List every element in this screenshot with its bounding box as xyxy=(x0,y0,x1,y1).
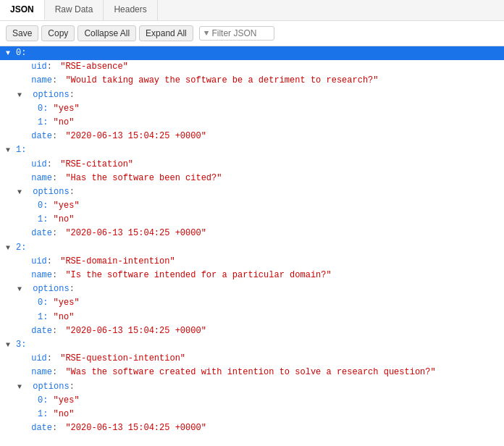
json-row[interactable]: ▼ options: xyxy=(0,282,504,296)
json-value: "yes" xyxy=(48,102,79,116)
json-row[interactable]: ▼ options: xyxy=(0,185,504,199)
json-colon: : xyxy=(70,380,75,394)
json-index: 0: xyxy=(38,296,48,310)
json-value: "yes" xyxy=(48,296,79,310)
toggle-icon[interactable]: ▼ xyxy=(17,284,26,295)
json-row[interactable]: ▼ 3: xyxy=(0,338,504,352)
json-row[interactable]: name: "Is the software intended for a pa… xyxy=(0,269,504,282)
json-row[interactable]: date: "2020-06-13 15:04:25 +0000" xyxy=(0,227,504,240)
json-value: "Would taking away the software be a det… xyxy=(60,74,378,88)
json-row[interactable]: 1: "no" xyxy=(0,408,504,421)
json-value: "RSE-question-intention" xyxy=(55,352,185,366)
json-key: uid xyxy=(26,352,47,366)
json-value: "2020-06-13 15:04:25 +0000" xyxy=(60,227,206,240)
expand-all-button[interactable]: Expand All xyxy=(139,25,193,41)
json-value: "yes" xyxy=(48,394,79,408)
json-row[interactable]: 0: "yes" xyxy=(0,296,504,310)
json-index: 1: xyxy=(38,116,48,130)
json-colon: : xyxy=(47,352,52,366)
json-key: options xyxy=(28,185,70,199)
json-colon: : xyxy=(52,172,57,185)
json-value: "RSE-citation" xyxy=(55,158,133,172)
json-row[interactable]: name: "Was the software created with int… xyxy=(0,366,504,379)
json-index: 1: xyxy=(38,408,48,421)
tab-json[interactable]: JSON xyxy=(0,0,45,20)
json-row[interactable]: uid: "RSE-question-intention" xyxy=(0,352,504,366)
json-key: options xyxy=(28,88,70,102)
json-row[interactable]: uid: "RSE-citation" xyxy=(0,158,504,172)
json-value: "no" xyxy=(48,116,74,130)
tab-bar: JSON Raw Data Headers xyxy=(0,0,504,21)
json-value: "Has the software been cited?" xyxy=(60,172,222,185)
json-row[interactable]: uid: "RSE-domain-intention" xyxy=(0,255,504,269)
json-row[interactable]: date: "2020-06-13 15:04:25 +0000" xyxy=(0,130,504,143)
filter-icon: ▼ xyxy=(204,29,209,38)
toggle-icon[interactable]: ▼ xyxy=(6,340,14,351)
json-key: options xyxy=(28,282,70,296)
json-key: date xyxy=(26,421,52,435)
json-colon: : xyxy=(70,185,75,199)
json-index: 1: xyxy=(38,213,48,227)
json-row[interactable]: date: "2020-06-13 15:04:25 +0000" xyxy=(0,421,504,435)
toggle-icon[interactable]: ▼ xyxy=(17,382,26,393)
json-row[interactable]: name: "Would taking away the software be… xyxy=(0,74,504,88)
json-index: 0: xyxy=(38,394,48,408)
json-colon: : xyxy=(52,130,57,143)
json-colon: : xyxy=(47,255,52,269)
json-value: "2020-06-13 15:04:25 +0000" xyxy=(60,130,206,143)
json-value: "2020-06-13 15:04:25 +0000" xyxy=(60,421,206,435)
json-row[interactable]: uid: "RSE-absence" xyxy=(0,60,504,74)
json-key: name xyxy=(26,366,52,379)
json-key: uid xyxy=(26,60,47,74)
json-index: 0: xyxy=(16,46,26,60)
json-value: "Is the software intended for a particul… xyxy=(60,269,331,282)
json-key: date xyxy=(26,324,52,338)
json-key: options xyxy=(28,380,70,394)
json-colon: : xyxy=(52,269,57,282)
json-row[interactable]: name: "Has the software been cited?" xyxy=(0,172,504,185)
toggle-icon[interactable]: ▼ xyxy=(17,90,26,101)
filter-box: ▼ xyxy=(199,26,275,41)
json-row[interactable]: ▼ 2: xyxy=(0,241,504,255)
json-value: "2020-06-13 15:04:25 +0000" xyxy=(60,324,206,338)
json-row[interactable]: 0: "yes" xyxy=(0,394,504,408)
json-row[interactable]: 0: "yes" xyxy=(0,199,504,213)
json-content: ▼ 0: uid: "RSE-absence" name: "Would tak… xyxy=(0,46,504,446)
copy-button[interactable]: Copy xyxy=(41,25,75,41)
json-key: date xyxy=(26,130,52,143)
toggle-icon[interactable]: ▼ xyxy=(6,243,14,254)
save-button[interactable]: Save xyxy=(6,25,38,41)
tab-raw-data[interactable]: Raw Data xyxy=(45,0,104,20)
json-index: 2: xyxy=(16,241,26,255)
json-value: "no" xyxy=(48,408,74,421)
filter-input[interactable] xyxy=(211,28,269,38)
tab-headers[interactable]: Headers xyxy=(104,0,157,20)
json-key: date xyxy=(26,227,52,240)
toggle-icon[interactable]: ▼ xyxy=(17,187,26,198)
json-key: uid xyxy=(26,255,47,269)
json-index: 1: xyxy=(16,143,26,157)
toggle-icon[interactable]: ▼ xyxy=(6,145,14,156)
json-row[interactable]: 1: "no" xyxy=(0,311,504,324)
toolbar: Save Copy Collapse All Expand All ▼ xyxy=(0,21,504,46)
toggle-icon[interactable]: ▼ xyxy=(6,48,14,59)
json-colon: : xyxy=(47,60,52,74)
json-key: uid xyxy=(26,158,47,172)
json-index: 3: xyxy=(16,338,26,352)
json-value: "Was the software created with intention… xyxy=(60,366,435,379)
json-row[interactable]: ▼ options: xyxy=(0,88,504,102)
json-row[interactable]: 1: "no" xyxy=(0,116,504,130)
json-key: name xyxy=(26,269,52,282)
json-row[interactable]: date: "2020-06-13 15:04:25 +0000" xyxy=(0,324,504,338)
json-value: "no" xyxy=(48,213,74,227)
json-row[interactable]: ▼ 1: xyxy=(0,143,504,157)
json-value: "yes" xyxy=(48,199,79,213)
json-row[interactable]: 1: "no" xyxy=(0,213,504,227)
json-row[interactable]: ▼ 0: xyxy=(0,46,504,60)
json-row[interactable]: 0: "yes" xyxy=(0,102,504,116)
json-colon: : xyxy=(52,324,57,338)
json-row[interactable]: ▼ options: xyxy=(0,380,504,394)
json-colon: : xyxy=(52,421,57,435)
json-colon: : xyxy=(52,366,57,379)
collapse-all-button[interactable]: Collapse All xyxy=(77,25,136,41)
